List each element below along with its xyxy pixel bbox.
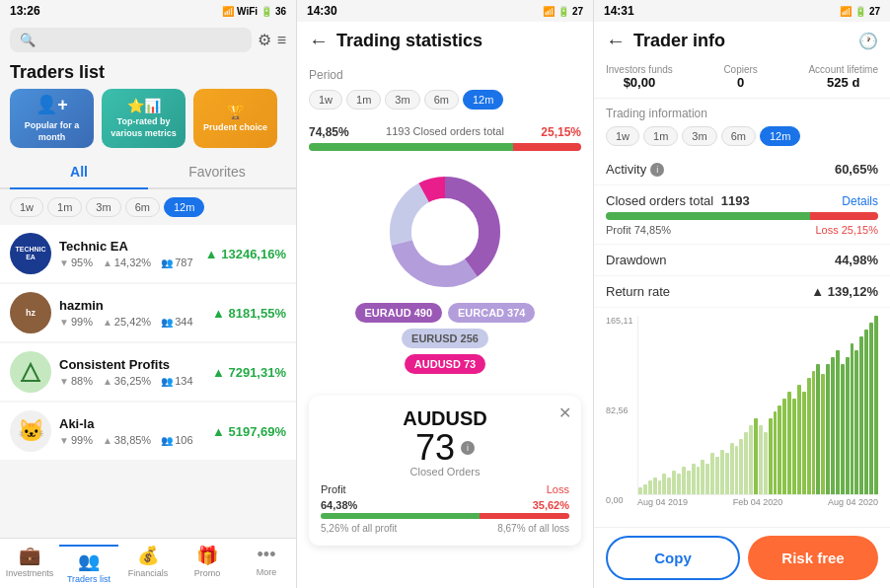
- trader-name-1: Technic EA: [59, 239, 197, 254]
- daily-4: ▲ 38,85%: [103, 434, 151, 446]
- table-row[interactable]: hz hazmin ▼ 99% ▲ 25,42% 👥 344: [0, 284, 296, 341]
- period-1m[interactable]: 1m: [47, 197, 82, 217]
- reliability-4: ▼ 99%: [59, 434, 93, 446]
- p2-6m[interactable]: 6m: [424, 90, 459, 110]
- back-button-2[interactable]: ←: [309, 30, 329, 52]
- p3-1w[interactable]: 1w: [606, 126, 639, 146]
- trader-stats-3: ▼ 88% ▲ 36,25% 👥 134: [59, 375, 204, 387]
- profit-bar-section: 74,85% 1193 Closed orders total 25,15%: [297, 117, 593, 159]
- status-icons-1: 📶 WiFi 🔋 36: [222, 6, 286, 17]
- investors-funds-label: Investors funds: [606, 64, 673, 75]
- chart-bar: [677, 474, 681, 494]
- trader-stats-4: ▼ 99% ▲ 38,85% 👥 106: [59, 434, 204, 446]
- trading-statistics-panel: 14:30 📶 🔋 27 ← Trading statistics Period…: [297, 0, 594, 588]
- back-button-3[interactable]: ←: [606, 30, 626, 52]
- wifi-icon: WiFi: [237, 6, 258, 17]
- trader-info-header: ← Trader info 🕐: [594, 22, 890, 60]
- nav-financials[interactable]: 💰 Financials: [118, 545, 178, 584]
- promo-card-prudent-text: 🏆 Prudent choice: [203, 103, 267, 134]
- promo-card-top-rated[interactable]: ⭐📊 Top-rated by various metrics: [102, 89, 185, 148]
- chart-bar: [653, 478, 657, 494]
- table-row[interactable]: Consistent Profits ▼ 88% ▲ 36,25% 👥 134: [0, 343, 296, 401]
- risk-free-button[interactable]: Risk free: [748, 536, 878, 580]
- y-label-bot: 0,00: [606, 495, 633, 505]
- popup-loss-bar: [480, 513, 569, 519]
- nav-investments[interactable]: 💼 Investments: [0, 545, 59, 584]
- p3-6m[interactable]: 6m: [721, 126, 756, 146]
- p3-12m[interactable]: 12m: [760, 126, 800, 146]
- chart-bar: [846, 357, 850, 494]
- investments-icon: 💼: [19, 545, 40, 566]
- profit-bar-red: [513, 143, 581, 151]
- detail-popup: ✕ AUDUSD 73 i Closed Orders Profit Loss …: [309, 396, 581, 546]
- popup-orders: 73: [415, 430, 455, 466]
- filter-icon-1[interactable]: ⚙: [258, 31, 271, 49]
- search-wrap[interactable]: 🔍: [10, 28, 252, 52]
- nav-traders-list[interactable]: 👥 Traders list: [59, 545, 118, 584]
- period-1w[interactable]: 1w: [10, 197, 43, 217]
- period-3m[interactable]: 3m: [86, 197, 120, 217]
- p2-3m[interactable]: 3m: [385, 90, 419, 110]
- activity-info-icon[interactable]: i: [650, 163, 664, 177]
- signal-icon-3: 📶: [840, 6, 852, 17]
- chart-bar: [787, 392, 791, 494]
- activity-row: Activity i 60,65%: [594, 154, 890, 185]
- promo-card-prudent[interactable]: 🏆 Prudent choice: [193, 89, 277, 148]
- copy-button[interactable]: Copy: [606, 536, 740, 580]
- chart-bar: [715, 457, 719, 494]
- popup-profit-bar: [321, 513, 480, 519]
- chart-bar: [667, 478, 671, 494]
- trader-info-1: Technic EA ▼ 95% ▲ 14,32% 👥 787: [59, 239, 197, 268]
- info-icon[interactable]: i: [461, 441, 475, 455]
- p3-1m[interactable]: 1m: [643, 126, 678, 146]
- period-row-2: 1w 1m 3m 6m 12m: [297, 86, 593, 117]
- nav-promo[interactable]: 🎁 Promo: [178, 545, 237, 584]
- p3-3m[interactable]: 3m: [682, 126, 716, 146]
- account-lifetime-label: Account lifetime: [808, 64, 878, 75]
- daily-1: ▲ 14,32%: [103, 257, 151, 268]
- period-row-1: 1w 1m 3m 6m 12m: [0, 189, 296, 225]
- p2-1m[interactable]: 1m: [346, 90, 381, 110]
- chart-bar: [710, 453, 714, 494]
- close-popup-button[interactable]: ✕: [558, 404, 571, 422]
- donut-label-euraud: EURAUD 490: [355, 303, 442, 323]
- nav-more[interactable]: ••• More: [237, 545, 296, 584]
- filter-icon-2[interactable]: ≡: [277, 32, 286, 49]
- table-row[interactable]: 🐱 Aki-la ▼ 99% ▲ 38,85% 👥 106: [0, 403, 296, 460]
- details-link[interactable]: Details: [842, 194, 878, 208]
- trader-profit-3: ▲ 7291,31%: [212, 365, 286, 380]
- chart-bar: [749, 425, 753, 494]
- chart-bar: [792, 399, 796, 494]
- promo-card-popular[interactable]: 👤+ Popular for a month: [10, 89, 94, 148]
- reliability-3: ▼ 88%: [59, 375, 93, 387]
- tabs-row: All Favorites: [0, 156, 296, 189]
- account-lifetime-stat: Account lifetime 525 d: [808, 64, 878, 90]
- popup-profit-of-all: 5,26% of all profit: [321, 523, 397, 534]
- investors-funds-stat: Investors funds $0,00: [606, 64, 673, 90]
- chart-bar: [826, 364, 830, 494]
- trader-name-2: hazmin: [59, 298, 204, 313]
- table-row[interactable]: TECHNICEA Technic EA ▼ 95% ▲ 14,32% 👥 78…: [0, 225, 296, 282]
- chart-bar: [797, 385, 801, 494]
- donut-label-eurcad: EURCAD 374: [448, 303, 535, 323]
- trader-name-4: Aki-la: [59, 416, 204, 431]
- period-6m[interactable]: 6m: [125, 197, 160, 217]
- time-1: 13:26: [10, 4, 40, 18]
- traders-list-title: Traders list: [0, 58, 296, 89]
- chart-bar: [841, 364, 845, 494]
- tab-all[interactable]: All: [10, 156, 148, 189]
- trader-info-3: Consistent Profits ▼ 88% ▲ 36,25% 👥 134: [59, 357, 204, 387]
- battery-1: 🔋 36: [260, 6, 286, 17]
- copiers-1: 👥 787: [161, 257, 192, 268]
- reliability-2: ▼ 99%: [59, 316, 93, 328]
- p2-12m[interactable]: 12m: [463, 90, 503, 110]
- tab-favorites[interactable]: Favorites: [148, 156, 286, 187]
- p2-1w[interactable]: 1w: [309, 90, 342, 110]
- history-icon[interactable]: 🕐: [858, 32, 878, 50]
- popup-profit-row: Profit Loss: [321, 483, 569, 495]
- trader-profit-1: ▲ 13246,16%: [205, 247, 286, 261]
- period-12m[interactable]: 12m: [164, 197, 204, 217]
- avatar: TECHNICEA: [10, 233, 51, 274]
- chart-bar: [782, 399, 786, 494]
- promo-card-top-rated-text: ⭐📊 Top-rated by various metrics: [108, 97, 180, 140]
